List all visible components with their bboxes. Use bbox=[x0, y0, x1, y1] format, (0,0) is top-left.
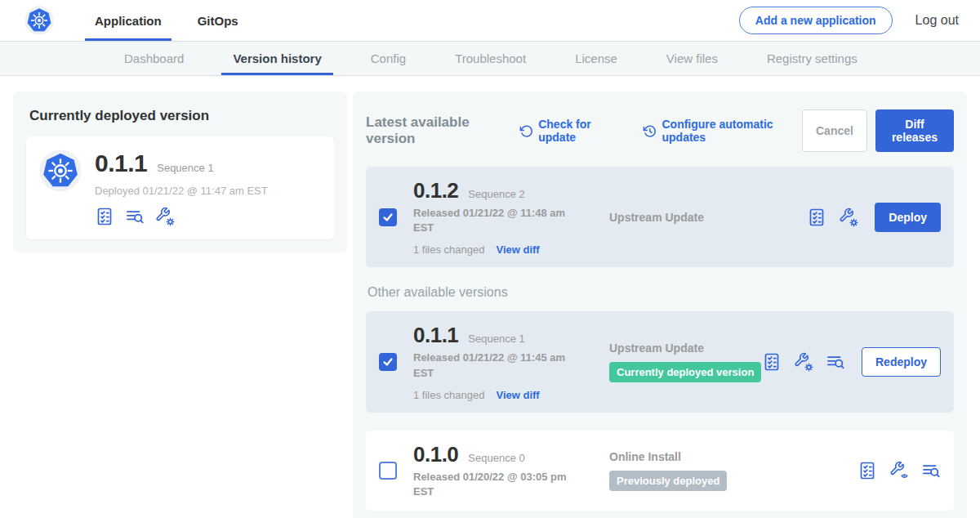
released-timestamp: Released 01/21/22 @ 11:48 am EST bbox=[413, 206, 572, 235]
tab-gitops[interactable]: GitOps bbox=[188, 0, 248, 41]
currently-deployed-title: Currently deployed version bbox=[29, 108, 334, 124]
view-diff-link[interactable]: View diff bbox=[496, 389, 539, 401]
redeploy-button[interactable]: Redeploy bbox=[862, 347, 941, 377]
latest-version-header: Latest available version Check for updat… bbox=[366, 109, 954, 152]
files-changed-label: 1 files changed bbox=[413, 389, 484, 401]
refresh-icon bbox=[519, 124, 533, 138]
cancel-button[interactable]: Cancel bbox=[802, 109, 867, 152]
version-row: 0.1.0 Sequence 0 Released 01/20/22 @ 03:… bbox=[366, 431, 954, 511]
deployed-version-number: 0.1.1 bbox=[95, 150, 147, 177]
version-source-label: Online Install bbox=[609, 450, 858, 463]
diff-releases-button[interactable]: Diff releases bbox=[875, 109, 954, 152]
version-number: 0.1.0 bbox=[413, 442, 458, 467]
tab-license[interactable]: License bbox=[564, 42, 629, 75]
tab-config[interactable]: Config bbox=[359, 42, 417, 75]
top-right-actions: Add a new application Log out bbox=[739, 7, 959, 34]
edit-config-icon[interactable] bbox=[155, 207, 175, 226]
tab-registry-settings[interactable]: Registry settings bbox=[755, 42, 869, 75]
app-subnav: Dashboard Version history Config Trouble… bbox=[0, 41, 980, 76]
preflight-checks-icon[interactable] bbox=[95, 207, 114, 226]
top-tabs: Application GitOps bbox=[85, 0, 265, 41]
edit-config-icon[interactable] bbox=[794, 352, 813, 372]
tab-version-history[interactable]: Version history bbox=[221, 42, 332, 75]
tab-troubleshoot[interactable]: Troubleshoot bbox=[443, 42, 537, 75]
sequence-label: Sequence 1 bbox=[468, 333, 524, 345]
version-history-panel: Latest available version Check for updat… bbox=[353, 92, 967, 518]
view-logs-icon[interactable] bbox=[826, 352, 845, 372]
view-diff-link[interactable]: View diff bbox=[496, 243, 539, 256]
previously-deployed-badge: Previously deployed bbox=[609, 471, 727, 491]
latest-version-title: Latest available version bbox=[366, 114, 506, 147]
released-timestamp: Released 01/20/22 @ 03:05 pm EST bbox=[413, 470, 572, 499]
deployed-timestamp: Deployed 01/21/22 @ 11:47 am EST bbox=[95, 185, 268, 197]
currently-deployed-badge: Currently deployed version bbox=[609, 362, 761, 382]
released-timestamp: Released 01/21/22 @ 11:45 am EST bbox=[413, 351, 572, 380]
preflight-checks-icon[interactable] bbox=[858, 461, 877, 480]
version-source-label: Upstream Update bbox=[609, 211, 807, 224]
version-number: 0.1.2 bbox=[413, 178, 458, 203]
kubernetes-logo bbox=[24, 6, 54, 35]
deployed-sequence-label: Sequence 1 bbox=[157, 162, 213, 174]
deployed-version-card: 0.1.1 Sequence 1 Deployed 01/21/22 @ 11:… bbox=[26, 136, 334, 239]
edit-config-icon[interactable] bbox=[839, 208, 858, 227]
version-number: 0.1.1 bbox=[413, 323, 458, 348]
check-for-update-link[interactable]: Check for update bbox=[519, 118, 620, 144]
logout-button[interactable]: Log out bbox=[915, 13, 959, 28]
tab-view-files[interactable]: View files bbox=[655, 42, 729, 75]
files-changed-label: 1 files changed bbox=[413, 243, 484, 256]
version-checkbox[interactable] bbox=[379, 208, 397, 226]
top-navbar: Application GitOps Add a new application… bbox=[0, 0, 980, 41]
version-row: 0.1.2 Sequence 2 Released 01/21/22 @ 11:… bbox=[366, 167, 954, 267]
main-content: Currently deployed version 0.1.1 Sequenc… bbox=[0, 76, 980, 518]
version-checkbox[interactable] bbox=[379, 353, 397, 371]
sequence-label: Sequence 2 bbox=[468, 188, 524, 200]
configure-updates-link[interactable]: Configure automatic updates bbox=[643, 118, 802, 144]
version-source-label: Upstream Update bbox=[609, 342, 762, 355]
deploy-button[interactable]: Deploy bbox=[875, 203, 941, 232]
preflight-checks-icon[interactable] bbox=[807, 208, 826, 227]
view-logs-icon[interactable] bbox=[125, 207, 145, 226]
auto-update-icon bbox=[643, 124, 657, 138]
view-logs-icon[interactable] bbox=[921, 461, 941, 480]
tab-dashboard[interactable]: Dashboard bbox=[113, 42, 195, 75]
app-logo bbox=[39, 150, 82, 192]
tab-application[interactable]: Application bbox=[85, 0, 172, 41]
version-row: 0.1.1 Sequence 1 Released 01/21/22 @ 11:… bbox=[366, 311, 954, 412]
other-versions-title: Other available versions bbox=[368, 285, 952, 300]
sequence-label: Sequence 0 bbox=[468, 452, 524, 464]
view-config-icon[interactable] bbox=[889, 461, 909, 480]
preflight-checks-icon[interactable] bbox=[762, 352, 782, 372]
currently-deployed-panel: Currently deployed version 0.1.1 Sequenc… bbox=[13, 92, 347, 252]
add-application-button[interactable]: Add a new application bbox=[739, 7, 893, 34]
version-checkbox[interactable] bbox=[379, 462, 397, 480]
